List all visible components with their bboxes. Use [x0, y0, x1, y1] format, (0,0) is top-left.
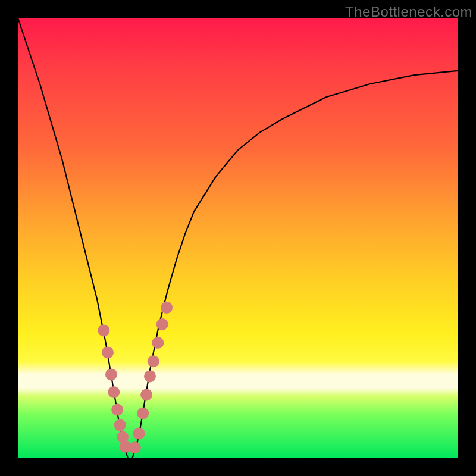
bead-marker [137, 408, 149, 419]
bead-marker [105, 368, 117, 380]
plot-area [18, 18, 458, 458]
bead-marker [108, 386, 120, 398]
bead-marker [111, 404, 123, 416]
marker-beads [98, 302, 173, 453]
bead-marker [148, 355, 159, 367]
bead-marker [152, 337, 164, 349]
bead-marker [102, 346, 114, 358]
bead-marker [129, 441, 141, 453]
bottleneck-curve [18, 18, 458, 458]
bead-marker [144, 370, 156, 382]
bead-marker [98, 324, 109, 336]
bead-marker [140, 389, 152, 400]
bead-marker [133, 428, 145, 440]
chart-frame: TheBottleneck.com [0, 0, 476, 476]
bead-marker [114, 419, 126, 431]
bead-marker [161, 302, 173, 314]
bead-marker [156, 318, 168, 330]
curve-svg [18, 18, 458, 458]
